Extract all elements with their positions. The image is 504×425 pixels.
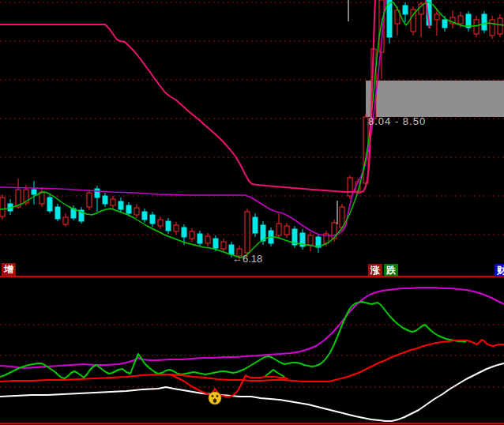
margin-button[interactable]: 增 — [2, 263, 16, 276]
smiley-marker — [209, 392, 221, 404]
bottom-indicator-panel — [0, 288, 504, 423]
wealth-button[interactable]: 财 — [495, 264, 504, 276]
low-price-marker: ←6.18 — [232, 253, 262, 265]
candles-group — [0, 0, 502, 261]
top-price-panel — [0, 0, 504, 261]
stock-chart-app: 8.04 - 8.50 ←6.18 增 涨 跌 财 — [0, 0, 504, 425]
chart-canvas[interactable] — [0, 0, 504, 425]
panel-divider — [0, 263, 504, 278]
gap-range-label: 8.04 - 8.50 — [368, 115, 426, 127]
rise-button[interactable]: 涨 — [368, 264, 382, 276]
fall-button[interactable]: 跌 — [384, 264, 398, 276]
